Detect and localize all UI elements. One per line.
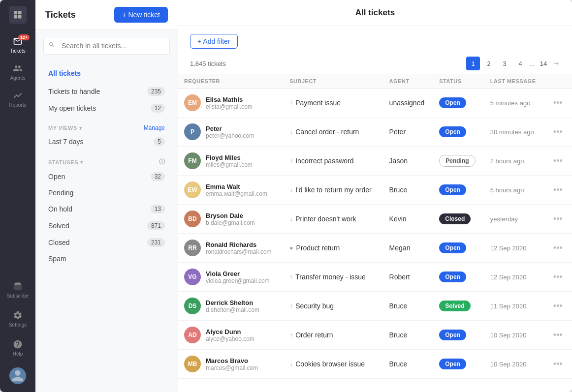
row-actions-cell: •••: [545, 118, 572, 147]
last-message-cell: 2 hours ago: [484, 147, 545, 176]
priority-high-icon: ↑: [289, 99, 292, 106]
search-icon: [48, 41, 55, 50]
sidebar-item-settings[interactable]: Settings: [7, 305, 29, 332]
status-pending-item[interactable]: Pending: [43, 185, 170, 201]
priority-high-icon: ↑: [289, 157, 292, 164]
table-row[interactable]: RR Ronald Richards ronaldrochars@mail.co…: [178, 234, 572, 263]
new-ticket-button[interactable]: + New ticket: [114, 7, 168, 23]
row-more-button[interactable]: •••: [551, 98, 565, 108]
tickets-badge: 12+: [18, 34, 30, 40]
page-14-button[interactable]: 14: [537, 57, 550, 70]
svg-rect-1: [18, 11, 22, 15]
last-7-days-item[interactable]: Last 7 days 5: [43, 133, 170, 150]
th-actions: [545, 74, 572, 89]
sidebar-title: Tickets: [45, 10, 76, 20]
status-onhold-count: 13: [151, 205, 165, 213]
status-onhold-item[interactable]: On hold 13: [43, 201, 170, 217]
search-input[interactable]: [43, 37, 170, 55]
table-row[interactable]: EM Elisa Mathis elista@gmail.com ↑ Payme…: [178, 89, 572, 118]
status-spam-item[interactable]: Spam: [43, 251, 170, 267]
agent-cell: unassigned: [383, 89, 434, 118]
sidebar-item-tickets[interactable]: 12+ Tickets: [0, 31, 35, 59]
subject-cell: ↓ Cookies browser issue: [289, 360, 377, 368]
row-actions-cell: •••: [545, 321, 572, 350]
row-more-button[interactable]: •••: [551, 301, 565, 311]
svg-rect-4: [14, 284, 22, 290]
status-solved-item[interactable]: Solved 871: [43, 217, 170, 234]
table-row[interactable]: DS Derrick Shelton d.shelton@mail.com ↑ …: [178, 292, 572, 321]
page-3-button[interactable]: 3: [498, 57, 511, 70]
table-header: REQUESTER SUBJECT AGENT STATUS LAST MESS…: [178, 74, 572, 89]
status-open-count: 32: [151, 172, 165, 181]
row-more-button[interactable]: •••: [551, 243, 565, 253]
sidebar-item-subscribe[interactable]: Subscribe: [7, 276, 29, 303]
my-views-chevron: ▾: [79, 125, 82, 131]
agent-cell: Bruce: [383, 176, 434, 205]
requester-email: d.shelton@mail.com: [206, 306, 259, 313]
table-row[interactable]: P Peter peter@yahoo.com ↓ Cancel order -…: [178, 118, 572, 147]
subject-cell: ↑ Order return: [289, 331, 377, 339]
row-more-button[interactable]: •••: [551, 359, 565, 369]
requester-avatar: EM: [184, 94, 201, 111]
search-box: [43, 37, 170, 55]
my-views-label: MY VIEWS: [48, 125, 77, 131]
reports-nav-label: Reports: [9, 102, 26, 108]
status-badge: Open: [439, 271, 466, 282]
row-more-button[interactable]: •••: [551, 127, 565, 137]
last-7-days-count: 5: [154, 137, 165, 146]
row-actions-cell: •••: [545, 89, 572, 118]
tickets-to-handle-item[interactable]: Tickets to handle 235: [43, 83, 170, 100]
sidebar-item-reports[interactable]: Reports: [0, 86, 35, 113]
statuses-chevron: ▾: [80, 159, 83, 165]
sidebar-item-help[interactable]: Help: [7, 334, 29, 362]
subject-cell: ↑ Security bug: [289, 302, 377, 310]
page-1-button[interactable]: 1: [466, 57, 480, 70]
requester-name: Viola Greer: [206, 270, 270, 277]
requester-avatar: P: [184, 123, 201, 140]
all-tickets-link[interactable]: All tickets: [43, 65, 170, 81]
page-2-button[interactable]: 2: [482, 57, 496, 70]
status-closed-item[interactable]: Closed 231: [43, 234, 170, 251]
my-open-tickets-label: My open tickets: [48, 104, 96, 112]
status-cell: Open: [433, 118, 484, 147]
app-logo: [9, 6, 27, 24]
status-cell: Closed: [433, 205, 484, 234]
subject-text: I'd like to return my order: [295, 186, 371, 194]
last-message-cell: yesterday: [484, 205, 545, 234]
status-cell: Open: [433, 263, 484, 292]
row-more-button[interactable]: •••: [551, 330, 565, 340]
my-open-tickets-item[interactable]: My open tickets 12: [43, 100, 170, 117]
table-row[interactable]: AD Alyce Dunn alyce@yahoo.com ↑ Order re…: [178, 321, 572, 350]
row-more-button[interactable]: •••: [551, 214, 565, 224]
status-cell: Open: [433, 321, 484, 350]
manage-views-link[interactable]: Manage: [144, 124, 165, 131]
last-message-cell: 5 minutes ago: [484, 89, 545, 118]
table-row[interactable]: EW Emma Walt emma.walt@gmail.com ↓ I'd l…: [178, 176, 572, 205]
status-cell: Open: [433, 89, 484, 118]
status-solved-count: 871: [147, 221, 165, 230]
table-row[interactable]: FM Floyd Miles miles@gmail.com ↑ Incorre…: [178, 147, 572, 176]
row-more-button[interactable]: •••: [551, 272, 565, 282]
table-row[interactable]: BD Bryson Dale b.dale@gmail.com ↓ Printe…: [178, 205, 572, 234]
last-message-cell: 10 Sep 2020: [484, 321, 545, 350]
next-page-arrow[interactable]: →: [552, 59, 560, 68]
table-row[interactable]: MB Marcos Bravo marcos@gmail.com ↓ Cooki…: [178, 350, 572, 379]
page-4-button[interactable]: 4: [513, 57, 527, 70]
requester-info: Marcos Bravo marcos@gmail.com: [206, 357, 258, 371]
sidebar-item-agents[interactable]: Agents: [0, 59, 35, 86]
row-more-button[interactable]: •••: [551, 185, 565, 195]
row-more-button[interactable]: •••: [551, 156, 565, 166]
requester-email: peter@yahoo.com: [206, 132, 254, 139]
requester-info: Emma Walt emma.walt@gmail.com: [206, 183, 267, 197]
priority-high-icon: ↑: [289, 273, 292, 280]
last-message-cell: 12 Sep 2020: [484, 234, 545, 263]
user-avatar[interactable]: [9, 367, 26, 384]
tickets-table: REQUESTER SUBJECT AGENT STATUS LAST MESS…: [178, 74, 572, 379]
status-open-item[interactable]: Open 32: [43, 168, 170, 185]
add-filter-button[interactable]: + Add filter: [190, 34, 238, 49]
last-7-days-label: Last 7 days: [48, 138, 84, 146]
subject-text: Incorrect password: [295, 157, 353, 165]
table-row[interactable]: VG Viola Greer violea.greer@gmail.com ↑ …: [178, 263, 572, 292]
requester-email: violea.greer@gmail.com: [206, 277, 270, 284]
my-views-section: MY VIEWS ▾ Manage: [43, 120, 170, 133]
